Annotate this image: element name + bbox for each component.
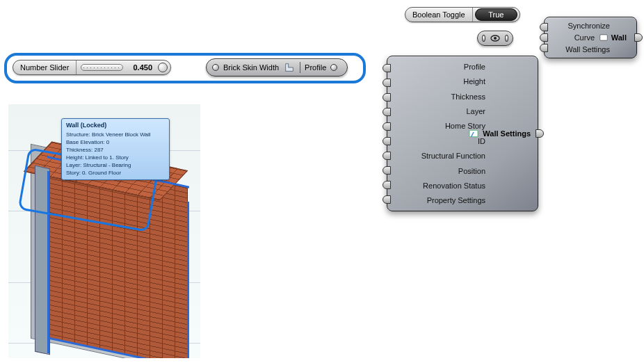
wall-settings-icon <box>467 127 480 140</box>
slider-value: 0.450 <box>127 63 158 72</box>
input-port[interactable] <box>212 64 219 71</box>
boolean-toggle-label: Boolean Toggle <box>405 8 473 22</box>
settings-input-layer: Layer <box>466 104 485 118</box>
tooltip-line: Structure: Brick Veneer Block Wall <box>66 131 165 138</box>
curve-preview-pill[interactable] <box>477 31 513 46</box>
number-slider[interactable]: Number Slider 0.450 <box>13 60 171 75</box>
settings-input-renovation-status: Renovation Status <box>423 178 485 193</box>
wall-input-sync: Synchronize <box>567 22 610 30</box>
tooltip-line: Base Elevation: 0 <box>66 138 165 146</box>
number-slider-label: Number Slider <box>13 60 77 74</box>
settings-input-profile: Profile <box>464 59 485 74</box>
svg-rect-2 <box>600 35 608 40</box>
curve-icon <box>597 31 610 44</box>
wall-info-tooltip: Wall (Locked) Structure: Brick Veneer Bl… <box>61 118 170 180</box>
wall-output-label: Wall <box>611 33 627 42</box>
settings-input-position: Position <box>458 163 485 178</box>
wall-settings-output-label: Wall Settings <box>483 129 531 138</box>
wall-input-settings: Wall Settings <box>565 45 610 54</box>
brick-comp-label: Brick Skin Width <box>223 63 279 72</box>
input-port[interactable] <box>482 35 485 42</box>
profile-icon <box>283 61 296 74</box>
wall-node[interactable]: Synchronize Curve Wall Settings Wall <box>544 17 637 58</box>
wall-input-curve: Curve <box>574 33 595 42</box>
model-viewport[interactable]: Wall (Locked) Structure: Brick Veneer Bl… <box>8 104 200 358</box>
boolean-toggle[interactable]: Boolean Toggle True <box>405 7 520 22</box>
svg-rect-3 <box>469 130 478 136</box>
slider-output-port[interactable] <box>158 63 168 72</box>
tooltip-line: Height: Linked to 1. Story <box>66 154 165 161</box>
wall-settings-node[interactable]: ProfileHeightThicknessLayerHome StoryIDS… <box>387 56 538 211</box>
output-port[interactable] <box>505 35 508 42</box>
tooltip-line: Story: 0. Ground Floor <box>66 169 165 177</box>
slider-track[interactable] <box>81 64 123 71</box>
settings-input-structural-function: Structural Function <box>421 148 485 163</box>
tooltip-line: Thickness: 287 <box>66 146 165 154</box>
boolean-toggle-value[interactable]: True <box>475 8 517 21</box>
tooltip-line: Layer: Structural - Bearing <box>66 161 165 169</box>
tooltip-title: Wall (Locked) <box>66 122 165 129</box>
settings-input-height: Height <box>463 74 485 88</box>
settings-input-thickness: Thickness <box>451 89 485 104</box>
brick-skin-width-component[interactable]: Brick Skin Width Profile <box>206 58 348 76</box>
settings-input-property-settings: Property Settings <box>427 193 485 208</box>
svg-point-1 <box>494 37 497 40</box>
brick-comp-output-label: Profile <box>305 63 326 72</box>
eye-icon <box>490 32 501 45</box>
output-port[interactable] <box>330 64 337 71</box>
